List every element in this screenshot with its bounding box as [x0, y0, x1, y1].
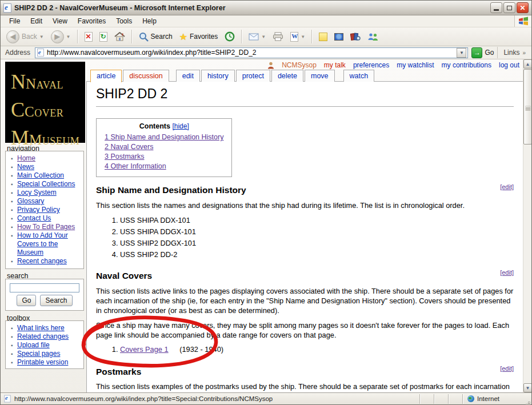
edit-dropdown-icon[interactable]: ▼ [301, 34, 305, 39]
toc-item-2[interactable]: 2 Naval Covers [105, 142, 223, 152]
search-input[interactable] [10, 283, 79, 292]
tab-move[interactable]: move [305, 70, 335, 82]
toolbox-item-upload-file[interactable]: Upload file [7, 341, 82, 350]
window-title: SHIP2 DD 2 - NavalCoverMuseum - Microsof… [14, 4, 490, 12]
tab-edit[interactable]: edit [176, 70, 200, 82]
sidebar-item-glossary[interactable]: Glossary [7, 197, 82, 206]
back-dropdown-icon[interactable]: ▼ [39, 34, 44, 39]
sidebar-item-how-to-edit[interactable]: How To Edit Pages [7, 223, 82, 231]
main-column: NCMSysop my talk preferences my watchlis… [86, 59, 523, 392]
userpage-link[interactable]: NCMSysop [282, 61, 317, 69]
edit-section-link[interactable]: [edit] [500, 269, 514, 276]
sidebar-item-news[interactable]: News [7, 163, 82, 171]
refresh-button[interactable]: ↻ [97, 30, 110, 43]
address-input[interactable]: http://www.navalcovermuseum.org/wiki/ind… [35, 47, 468, 58]
search-go-button[interactable]: Go [17, 295, 36, 306]
tab-history[interactable]: history [201, 70, 235, 82]
search-search-button[interactable]: Search [40, 295, 72, 306]
links-chevron-icon[interactable]: » [522, 50, 526, 56]
print-button[interactable] [270, 30, 286, 43]
menu-tools[interactable]: Tools [111, 16, 137, 26]
vertical-scrollbar[interactable]: ▲ ▼ [523, 59, 531, 392]
minimize-button[interactable] [490, 2, 502, 13]
contributions-link[interactable]: my contributions [442, 61, 491, 69]
sidebar-item-contact-us[interactable]: Contact Us [7, 214, 82, 223]
forward-dropdown-icon[interactable]: ▼ [66, 34, 71, 39]
tab-discussion[interactable]: discussion [123, 70, 169, 82]
menu-favorites[interactable]: Favorites [73, 16, 111, 26]
research-button[interactable] [347, 30, 363, 43]
toolbox-item-related-changes[interactable]: Related changes [7, 332, 82, 341]
toc-item-3[interactable]: 3 Postmarks [105, 152, 223, 162]
menu-view[interactable]: View [47, 16, 73, 26]
maximize-button[interactable] [503, 2, 515, 13]
menu-file[interactable]: File [4, 16, 25, 26]
sidebar-item-locy-system[interactable]: Locy System [7, 189, 82, 197]
scroll-up-icon[interactable]: ▲ [523, 59, 531, 69]
mail-button[interactable]: ▼ [246, 31, 269, 42]
favorites-button[interactable]: ★ Favorites [177, 30, 221, 44]
toc-hide-link[interactable]: [hide] [172, 122, 189, 130]
edit-section-link[interactable]: [edit] [500, 183, 514, 190]
sidebar-item-recent-changes[interactable]: Recent changes [7, 257, 82, 266]
address-url[interactable]: http://www.navalcovermuseum.org/wiki/ind… [47, 49, 457, 57]
back-button[interactable]: ◀ Back▼ [3, 29, 47, 45]
toc-item-1[interactable]: 1 Ship Name and Designation History [105, 133, 223, 142]
sidebar-item-privacy-policy[interactable]: Privacy Policy [7, 206, 82, 214]
mytalk-link[interactable]: my talk [324, 61, 346, 69]
forward-button[interactable]: ▶ ▼ [48, 29, 74, 45]
messenger-note-button[interactable] [316, 31, 330, 43]
resize-grip[interactable] [522, 393, 531, 405]
toc-item-4[interactable]: 4 Other Information [105, 162, 223, 171]
tab-protect[interactable]: protect [236, 70, 270, 82]
menu-bar: File Edit View Favorites Tools Help [1, 15, 531, 27]
search-button[interactable]: Search [136, 30, 175, 43]
address-dropdown-icon[interactable]: ▼ [457, 48, 466, 58]
toolbox-item-special-pages[interactable]: Special pages [7, 350, 82, 358]
browser-window: SHIP2 DD 2 - NavalCoverMuseum - Microsof… [0, 0, 532, 405]
scroll-down-icon[interactable]: ▼ [523, 383, 531, 392]
internet-globe-icon [467, 395, 474, 402]
watchlist-link[interactable]: my watchlist [397, 61, 434, 69]
search-box: Go Search [5, 279, 84, 311]
naval-covers-para1: This section lists active links to the p… [96, 286, 514, 315]
messenger-button[interactable] [365, 31, 381, 43]
home-button[interactable] [111, 30, 128, 43]
toolbox-item-printable-version[interactable]: Printable version [7, 358, 82, 367]
close-button[interactable]: ✕ [517, 2, 529, 13]
edit-section-link[interactable]: [edit] [500, 365, 514, 372]
links-toolbar[interactable]: Links » [497, 47, 529, 58]
title-bar[interactable]: SHIP2 DD 2 - NavalCoverMuseum - Microsof… [1, 1, 531, 15]
go-button[interactable]: → Go [471, 47, 494, 58]
menu-edit[interactable]: Edit [25, 16, 47, 26]
ship-history-list: USS SHIPA DDX-101 USS SHIPA DDGX-101 USS… [120, 215, 514, 260]
list-item: USS SHIP2 DD-2 [120, 249, 514, 260]
tab-article[interactable]: article [90, 70, 122, 82]
covers-page-1-link[interactable]: Covers Page 1 [120, 345, 169, 354]
site-logo[interactable]: NNaval CCover MMuseum [5, 62, 85, 143]
media-button[interactable] [331, 31, 346, 42]
print-icon [273, 32, 283, 41]
preferences-link[interactable]: preferences [353, 61, 389, 69]
refresh-icon: ↻ [99, 32, 107, 42]
page-tabs: article discussion edit history protect … [90, 69, 375, 82]
security-zone: Internet [462, 394, 522, 404]
sidebar-item-home[interactable]: Home [7, 154, 82, 163]
word-icon: W [290, 32, 298, 42]
stop-button[interactable]: ✕ [82, 30, 95, 43]
sidebar-item-main-collection[interactable]: Main Collection [7, 171, 82, 180]
tab-watch[interactable]: watch [343, 70, 375, 82]
scrollbar-thumb[interactable] [523, 69, 531, 145]
page-title: SHIP2 DD 2 [96, 86, 514, 107]
toolbox-box: What links here Related changes Upload f… [5, 320, 84, 369]
toolbox-item-what-links-here[interactable]: What links here [7, 324, 82, 332]
list-item: Covers Page 1 (1932 - 1940) [120, 344, 514, 355]
mail-dropdown-icon[interactable]: ▼ [261, 34, 266, 39]
sidebar-item-how-to-add-covers[interactable]: How to Add Your Covers to the Museum [7, 231, 82, 257]
menu-help[interactable]: Help [137, 16, 162, 26]
sidebar-item-special-collections[interactable]: Special Collections [7, 180, 82, 189]
history-button[interactable] [222, 30, 238, 43]
edit-with-word-button[interactable]: W ▼ [287, 30, 308, 43]
tab-delete[interactable]: delete [271, 70, 303, 82]
logout-link[interactable]: log out [499, 61, 519, 69]
